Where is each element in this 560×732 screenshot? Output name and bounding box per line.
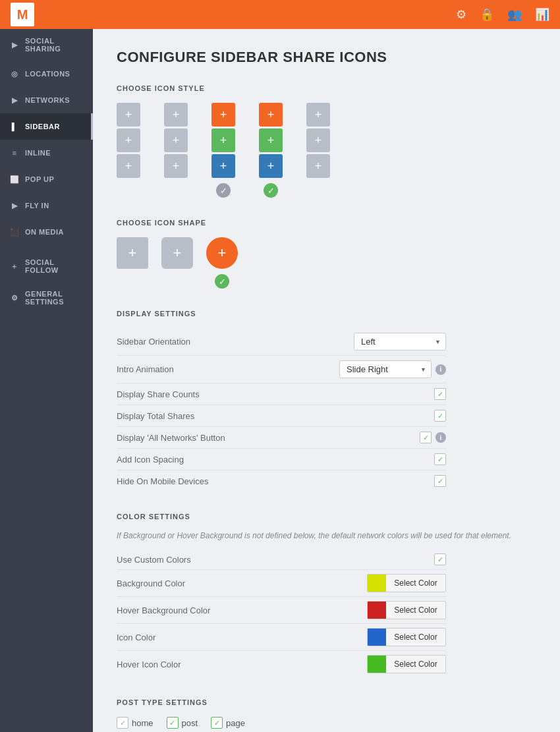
sidebar-item-general-settings[interactable]: ⚙ General Settings — [0, 282, 93, 314]
icon-btn: + — [164, 128, 188, 152]
setting-control-all-networks: ✓ i — [420, 432, 446, 443]
setting-control-icon-spacing: ✓ — [434, 453, 446, 465]
icon-style-option-2[interactable]: + + + — [164, 103, 188, 178]
icon-btn: + — [211, 128, 235, 152]
icon-spacing-checkbox[interactable]: ✓ — [434, 453, 446, 465]
setting-row-all-networks: Display 'All Networks' Button ✓ i — [117, 427, 446, 449]
hover-bg-color-row: Hover Background Color Select Color — [117, 597, 446, 624]
icon-shape-option-square[interactable]: + — [117, 237, 148, 269]
color-settings-section: Color Settings If Background or Hover Ba… — [117, 513, 536, 677]
setting-label-share-counts: Display Share Counts — [117, 389, 426, 399]
sidebar: ▶ Social Sharing ◎ Locations ▶ Networks … — [0, 29, 93, 732]
shape-btn-square: + — [117, 237, 148, 269]
animation-select[interactable]: Slide Right Slide Left None — [339, 360, 432, 378]
post-type-home-checkbox[interactable]: ✓ — [117, 717, 128, 729]
icon-btn: + — [259, 103, 283, 127]
hover-icon-label: Hover Icon Color — [117, 660, 359, 669]
setting-control-hide-mobile: ✓ — [434, 475, 446, 487]
hide-mobile-checkbox[interactable]: ✓ — [434, 475, 446, 487]
total-shares-checkbox[interactable]: ✓ — [434, 410, 446, 422]
post-type-page-checkbox[interactable]: ✓ — [211, 717, 223, 729]
icon-shape-grid: + + + ✓ — [117, 237, 536, 289]
sidebar-item-social-follow[interactable]: ＋ Social Follow — [0, 250, 93, 282]
hover-icon-btn-label: Select Color — [386, 656, 445, 673]
icon-btn: + — [306, 128, 330, 152]
network-icon: ▶ — [9, 95, 20, 105]
use-custom-checkbox[interactable]: ✓ — [434, 553, 446, 565]
display-settings-title: Display Settings — [117, 310, 536, 318]
hover-bg-btn-label: Select Color — [386, 602, 445, 619]
icon-color-picker[interactable]: Select Color — [367, 628, 446, 646]
hover-bg-color-picker[interactable]: Select Color — [367, 601, 446, 619]
users-icon[interactable]: 👥 — [507, 7, 522, 22]
hover-icon-color-picker[interactable]: Select Color — [367, 655, 446, 673]
main-content: Configure Sidebar Share Icons Choose Ico… — [93, 29, 560, 732]
setting-label-hide-mobile: Hide On Mobile Devices — [117, 476, 426, 486]
icon-style-option-3[interactable]: + + + ✓ — [211, 103, 235, 198]
icon-btn: + — [211, 154, 235, 178]
all-networks-info-icon[interactable]: i — [435, 432, 446, 443]
setting-row-icon-spacing: Add Icon Spacing ✓ — [117, 449, 446, 470]
sidebar-item-inline[interactable]: ≡ Inline — [0, 140, 93, 166]
sidebar-item-networks[interactable]: ▶ Networks — [0, 87, 93, 113]
setting-row-share-counts: Display Share Counts ✓ — [117, 383, 446, 405]
orientation-select-wrapper: Left Right — [354, 333, 446, 351]
sidebar-item-on-media[interactable]: ⬛ On Media — [0, 219, 93, 245]
pin-icon: ◎ — [9, 69, 20, 79]
post-type-section: Post Type Settings ✓ home ✓ post ✓ page — [117, 698, 536, 729]
icon-style-option-4[interactable]: + + + ✓ — [259, 103, 283, 198]
background-color-swatch — [368, 574, 386, 592]
sidebar-item-locations[interactable]: ◎ Locations — [0, 61, 93, 87]
hover-bg-swatch — [368, 601, 386, 619]
icon-btn: + — [306, 103, 330, 127]
animation-info-icon[interactable]: i — [435, 364, 446, 375]
color-settings-table: Use Custom Colors ✓ Background Color Sel… — [117, 549, 446, 677]
orientation-select[interactable]: Left Right — [354, 333, 446, 351]
icon-stack-2: + + + — [164, 103, 188, 178]
icon-style-title: Choose Icon Style — [117, 84, 536, 92]
setting-row-total-shares: Display Total Shares ✓ — [117, 405, 446, 427]
icon-style-option-1[interactable]: + + + — [117, 103, 140, 178]
icon-style-option-5[interactable]: + + + — [306, 103, 330, 178]
layout: ▶ Social Sharing ◎ Locations ▶ Networks … — [0, 29, 560, 732]
icon-shape-option-circle[interactable]: + ✓ — [206, 237, 238, 289]
icon-btn: + — [164, 103, 188, 127]
share-icon: ▶ — [9, 40, 20, 50]
sidebar-item-popup[interactable]: ⬜ Pop Up — [0, 166, 93, 192]
icon-shape-option-rounded[interactable]: + — [161, 237, 193, 269]
page-title: Configure Sidebar Share Icons — [117, 49, 536, 66]
sidebar-item-fly-in[interactable]: ▶ Fly In — [0, 192, 93, 219]
color-settings-note: If Background or Hover Background is not… — [117, 531, 536, 540]
icon-stack-5: + + + — [306, 103, 330, 178]
icon-btn: + — [211, 103, 235, 127]
background-color-picker[interactable]: Select Color — [367, 574, 446, 592]
icon-color-row: Icon Color Select Color — [117, 624, 446, 651]
sidebar-item-social-sharing[interactable]: ▶ Social Sharing — [0, 29, 93, 61]
icon-btn: + — [117, 128, 140, 152]
lock-icon[interactable]: 🔒 — [480, 7, 494, 22]
share-counts-checkbox[interactable]: ✓ — [434, 388, 446, 400]
hover-icon-swatch — [368, 655, 386, 673]
post-type-home-label: home — [132, 718, 154, 728]
post-type-post: ✓ post — [167, 717, 198, 729]
shape-btn-rounded: + — [161, 237, 193, 269]
hover-icon-color-row: Hover Icon Color Select Color — [117, 651, 446, 677]
sidebar-item-label: Inline — [25, 149, 51, 157]
shape-check-selected: ✓ — [215, 274, 229, 289]
use-custom-control: ✓ — [434, 553, 446, 565]
sidebar-item-label: Fly In — [25, 202, 49, 210]
icon-btn: + — [259, 128, 283, 152]
all-networks-checkbox[interactable]: ✓ — [420, 432, 432, 443]
gear-icon[interactable]: ⚙ — [456, 7, 466, 22]
setting-control-animation: Slide Right Slide Left None i — [339, 360, 446, 378]
sidebar-item-sidebar[interactable]: ▌ Sidebar — [0, 113, 93, 140]
setting-label-icon-spacing: Add Icon Spacing — [117, 455, 426, 465]
sidebar-icon: ▌ — [9, 121, 20, 132]
post-type-post-checkbox[interactable]: ✓ — [167, 717, 179, 729]
icon-color-btn-label: Select Color — [386, 629, 445, 646]
use-custom-colors-row: Use Custom Colors ✓ — [117, 549, 446, 570]
sidebar-item-label: Sidebar — [25, 123, 60, 130]
check-indicator-selected: ✓ — [264, 183, 278, 198]
chart-icon[interactable]: 📊 — [535, 7, 549, 22]
animation-select-wrapper: Slide Right Slide Left None — [339, 360, 432, 378]
